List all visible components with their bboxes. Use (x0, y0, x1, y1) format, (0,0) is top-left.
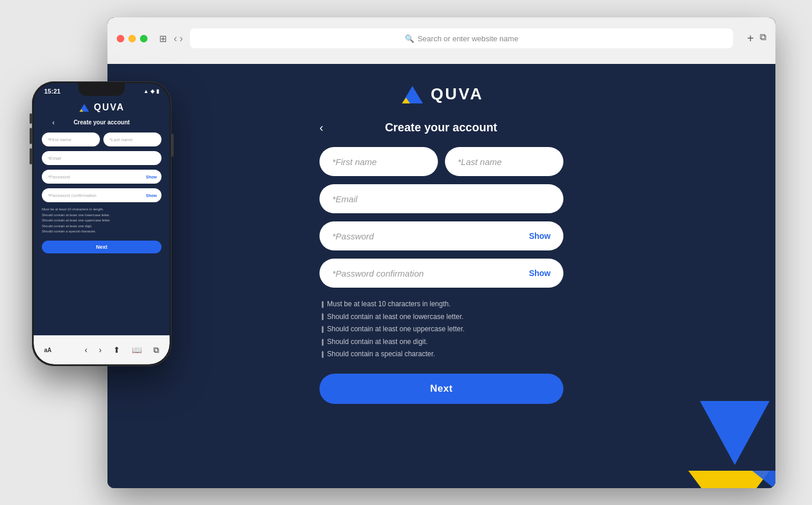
form-title: Create your account (330, 121, 552, 134)
hint-bar (322, 351, 324, 358)
signal-icon: ▲ (143, 88, 149, 94)
logo-text: QUVA (431, 85, 484, 103)
hint-uppercase: Should contain at least one uppercase le… (322, 323, 563, 336)
volume-down-button (30, 148, 32, 164)
phone-share-icon[interactable]: ⬆ (113, 345, 120, 355)
name-row (319, 147, 563, 176)
phone-hint-2: Should contain at least one lowercase le… (42, 213, 161, 219)
phone-password-confirm-show-button[interactable]: Show (146, 194, 157, 198)
form-back-button[interactable]: ‹ (319, 121, 324, 134)
phone-bottom-bar: aA ‹ › ⬆ 📖 ⧉ (34, 335, 170, 364)
copy-tab-icon[interactable]: ⧉ (760, 32, 766, 45)
phone-tabs-icon[interactable]: ⧉ (153, 345, 159, 355)
browser-chrome: ⊞ ‹ › 🔍 Search or enter website name + ⧉ (107, 17, 775, 64)
phone-hint-1: Must be at least 10 characters in length… (42, 207, 161, 213)
phone-content: QUVA ‹ Create your account *First name *… (34, 97, 170, 258)
phone-screen: 15:21 ▲ ◈ ▮ QUVA (34, 83, 170, 364)
last-name-input[interactable] (445, 147, 563, 176)
logo-area: QUVA (400, 81, 484, 107)
phone-name-row: *First name *Last name (42, 132, 161, 146)
phone-hint-4: Should contain at least one digit. (42, 224, 161, 230)
phone-hint-3: Should contain at least one uppercase le… (42, 218, 161, 224)
phone-mockup: 15:21 ▲ ◈ ▮ QUVA (32, 81, 171, 366)
first-name-input[interactable] (319, 147, 438, 176)
phone-form-title: Create your account (74, 119, 130, 126)
phone-last-name-input[interactable]: *Last name (103, 132, 161, 146)
power-button (171, 134, 174, 157)
wifi-icon: ◈ (150, 88, 155, 94)
password-input[interactable] (319, 221, 563, 250)
form-header: ‹ Create your account (319, 121, 563, 134)
password-confirm-input[interactable] (319, 259, 563, 288)
phone-bottom-icons: ‹ › ⬆ 📖 ⧉ (85, 345, 159, 355)
back-nav-icon[interactable]: ‹ (174, 33, 177, 45)
close-button[interactable] (117, 35, 124, 42)
phone-logo-text: QUVA (94, 102, 124, 113)
phone-logo: QUVA (42, 102, 161, 113)
phone-back-button[interactable]: ‹ (52, 119, 55, 127)
phone-bookmarks-icon[interactable]: 📖 (132, 345, 142, 355)
browser-window: ⊞ ‹ › 🔍 Search or enter website name + ⧉ (107, 17, 775, 488)
phone-password-input[interactable]: *Password Show (42, 170, 161, 184)
hint-length: Must be at least 10 characters in length… (322, 298, 563, 311)
password-confirm-wrapper: Show (319, 259, 563, 288)
battery-icon: ▮ (156, 88, 159, 94)
phone-password-hints: Must be at least 10 characters in length… (42, 207, 161, 235)
phone-signal-icons: ▲ ◈ ▮ (143, 88, 159, 94)
phone-next-button[interactable]: Next (42, 241, 161, 253)
minimize-button[interactable] (128, 35, 136, 42)
nav-arrows: ‹ › (174, 33, 183, 45)
phone-first-name-input[interactable]: *First name (42, 132, 100, 146)
maximize-button[interactable] (140, 35, 148, 42)
svg-marker-2 (700, 401, 770, 465)
password-hints: Must be at least 10 characters in length… (319, 296, 563, 361)
sidebar-toggle-icon[interactable]: ⊞ (159, 33, 167, 44)
phone-back-nav-icon[interactable]: ‹ (85, 345, 88, 355)
quva-logo-icon (400, 81, 425, 107)
email-input[interactable] (319, 184, 563, 213)
hint-bar (322, 301, 324, 308)
hint-bar (322, 313, 324, 320)
address-bar[interactable]: 🔍 Search or enter website name (190, 28, 733, 48)
browser-actions: + ⧉ (747, 32, 766, 45)
registration-form: ‹ Create your account Show Show (319, 121, 563, 404)
volume-up-button (30, 128, 32, 144)
next-button[interactable]: Next (319, 374, 563, 404)
forward-nav-icon[interactable]: › (179, 33, 183, 45)
phone-time: 15:21 (44, 88, 60, 95)
hint-digit: Should contain at least one digit. (322, 336, 563, 349)
hint-lowercase: Should contain at least one lowercase le… (322, 311, 563, 324)
password-wrapper: Show (319, 221, 563, 250)
password-confirm-show-button[interactable]: Show (529, 268, 551, 278)
hint-bar (322, 339, 324, 346)
address-bar-text: Search or enter website name (418, 34, 518, 43)
phone-frame: 15:21 ▲ ◈ ▮ QUVA (32, 81, 171, 366)
mute-button (30, 113, 32, 124)
traffic-lights (117, 35, 148, 42)
browser-content: QUVA ‹ Create your account Show (107, 64, 775, 488)
phone-email-input[interactable]: *Email (42, 151, 161, 165)
decorative-triangles (677, 395, 775, 488)
password-show-button[interactable]: Show (529, 231, 551, 241)
hint-special: Should contain a special character. (322, 348, 563, 361)
phone-password-confirm-input[interactable]: *Password confirmation Show (42, 188, 161, 202)
hint-bar (322, 326, 324, 333)
phone-hint-5: Should contain a special character. (42, 229, 161, 235)
phone-notch (78, 83, 125, 96)
phone-password-show-button[interactable]: Show (146, 175, 157, 179)
new-tab-icon[interactable]: + (747, 32, 754, 45)
search-icon: 🔍 (405, 34, 414, 43)
phone-form-header: ‹ Create your account (42, 119, 161, 126)
phone-logo-icon (78, 102, 90, 113)
phone-forward-nav-icon[interactable]: › (99, 345, 102, 355)
phone-aa-button[interactable]: aA (44, 347, 52, 353)
